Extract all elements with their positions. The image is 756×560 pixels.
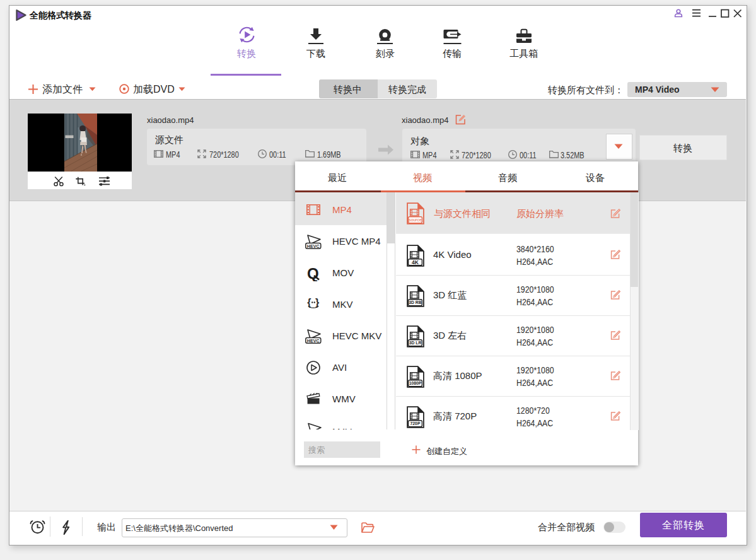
- svg-text:4K: 4K: [412, 259, 419, 265]
- svg-text:{: {: [307, 297, 311, 308]
- svg-text:source: source: [409, 218, 422, 222]
- svg-text:3D RB: 3D RB: [409, 300, 421, 305]
- svg-text:720P: 720P: [410, 421, 421, 426]
- svg-text:HEVC: HEVC: [307, 338, 320, 344]
- svg-text:3D LR: 3D LR: [409, 341, 422, 345]
- svg-text:1080P: 1080P: [409, 381, 422, 385]
- svg-text:HEVC: HEVC: [307, 243, 320, 249]
